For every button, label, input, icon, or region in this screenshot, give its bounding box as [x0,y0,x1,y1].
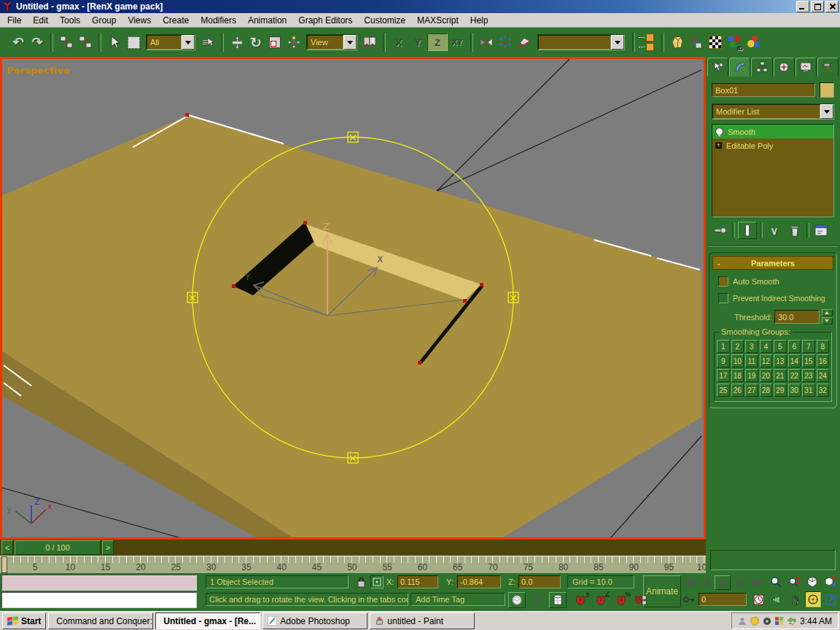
degradation-sphere-icon[interactable] [508,592,526,608]
parameters-rollout-header[interactable]: - Parameters [712,256,833,270]
smoothing-group-button[interactable]: 6 [788,340,801,353]
restrict-xy-button[interactable]: XY [448,34,467,50]
time-configuration-icon[interactable] [751,592,766,607]
smoothing-group-button[interactable]: 3 [745,340,758,353]
material-navigator-icon[interactable] [668,33,687,52]
smoothing-group-button[interactable]: 28 [760,384,773,397]
track-view-icon[interactable] [639,33,658,52]
smoothing-group-button[interactable]: 19 [745,369,758,382]
smoothing-group-button[interactable]: 8 [817,340,830,353]
select-and-move-icon[interactable] [228,33,246,52]
smoothing-group-button[interactable]: 20 [760,369,773,382]
redo-icon[interactable]: ↷ [28,33,47,52]
title-bar[interactable]: Untitled - gmax - [RenX game pack] [0,0,840,13]
modifier-stack-row-smooth[interactable]: Smooth [712,125,833,139]
percent-snap-icon[interactable]: % [612,592,630,608]
remove-modifier-icon[interactable] [786,222,804,238]
align-icon[interactable] [515,33,534,52]
go-to-end-icon[interactable] [750,576,764,589]
messenger-person-icon[interactable] [738,617,747,626]
auto-smooth-checkbox[interactable] [718,276,728,287]
configure-modifier-sets-icon[interactable] [812,222,830,238]
selection-filter-dropdown[interactable]: All [146,34,195,50]
smoothing-group-button[interactable]: 26 [731,384,744,397]
smoothing-group-button[interactable]: 12 [760,354,773,368]
task-gmax[interactable]: Untitled - gmax - [Re... [155,612,260,629]
zoom-icon[interactable] [768,575,784,589]
restrict-x-button[interactable]: X [389,34,408,50]
start-button[interactable]: Start [2,612,46,629]
create-tab[interactable] [707,58,728,77]
smoothing-group-button[interactable]: 25 [717,384,730,397]
smoothing-group-button[interactable]: 1 [717,340,730,353]
degradation-box-icon[interactable] [549,592,567,608]
smoothing-group-button[interactable]: 31 [802,384,815,397]
absolute-offset-toggle-icon[interactable] [370,575,384,588]
smoothing-group-button[interactable]: 23 [802,369,815,382]
modifier-list-dropdown[interactable]: Modifier List [712,104,834,120]
smoothing-group-button[interactable]: 32 [817,384,830,397]
collapse-icon[interactable]: - [718,259,720,268]
snap-toggle-3d-icon[interactable]: 3 [572,592,589,608]
smoothing-group-button[interactable]: 9 [717,354,730,368]
y-coordinate-field[interactable]: -0.864 [457,575,501,588]
menu-item[interactable]: Modifiers [195,14,242,27]
spinner-snap-icon[interactable] [633,592,649,608]
smoothing-group-button[interactable]: 21 [774,369,787,382]
array-icon[interactable] [496,33,515,52]
named-selection-dropdown[interactable] [537,34,625,50]
security-shield-icon[interactable] [750,617,759,626]
menu-item[interactable]: Customize [358,14,411,27]
perspective-viewport[interactable]: Z X Y Perspective Z x [0,57,706,540]
next-frame-arrow[interactable]: > [102,540,114,555]
smoothing-group-button[interactable]: 5 [774,340,787,353]
smoothing-group-button[interactable]: 13 [774,354,787,368]
render-last-icon[interactable] [744,33,763,52]
select-and-manipulate-icon[interactable] [284,33,303,52]
antispyware-icon[interactable] [775,617,783,625]
degradation-wire-icon[interactable] [529,592,545,608]
arc-rotate-icon[interactable] [805,591,821,607]
display-tab[interactable] [796,58,817,77]
track-bar-frame-marker[interactable] [1,556,7,573]
select-and-link-icon[interactable] [57,33,76,52]
current-frame-field[interactable]: 0 [699,593,747,606]
viewport-scene[interactable]: Z X Y Perspective Z x [2,59,704,537]
select-and-rotate-icon[interactable]: ↻ [246,33,265,52]
smoothing-group-button[interactable]: 10 [731,354,744,368]
select-object-icon[interactable] [105,33,124,52]
use-pivot-point-center-icon[interactable] [360,33,379,52]
volume-icon[interactable] [763,617,771,626]
select-and-scale-icon[interactable] [265,33,284,52]
set-key-icon[interactable] [682,593,696,606]
z-coordinate-field[interactable]: 0.0 [518,575,561,588]
menu-item[interactable]: Graph Editors [292,14,358,27]
time-slider-thumb[interactable]: 0 / 100 [15,540,101,555]
smoothing-group-button[interactable]: 4 [760,340,773,353]
restrict-y-button[interactable]: Y [408,34,427,50]
dropdown-arrow-icon[interactable] [182,35,195,50]
smoothing-group-button[interactable]: 17 [717,369,730,382]
taskbar-clock[interactable]: 3:44 AM [800,616,832,626]
next-frame-icon[interactable] [734,576,747,589]
zoom-extents-all-icon[interactable] [822,575,838,589]
smoothing-group-button[interactable]: 29 [774,384,787,397]
previous-frame-arrow[interactable]: < [1,540,13,555]
zoom-extents-icon[interactable] [804,575,820,589]
smoothing-group-button[interactable]: 14 [788,354,801,368]
restrict-z-button[interactable]: Z [427,34,448,51]
hierarchy-tab[interactable] [751,58,772,77]
minimize-button[interactable] [796,1,809,12]
pin-stack-icon[interactable] [712,222,729,238]
schematic-view-icon[interactable] [687,33,706,52]
smoothing-group-button[interactable]: 22 [788,369,801,382]
rectangular-selection-region-icon[interactable] [124,33,143,52]
zoom-all-icon[interactable] [786,575,802,589]
object-color-swatch[interactable] [820,82,834,98]
task-photoshop[interactable]: Adobe Photoshop [262,612,368,629]
show-end-result-icon[interactable] [738,222,757,239]
smoothing-group-button[interactable]: 30 [788,384,801,397]
track-bar[interactable]: 5101520253035404550556065707580859095100 [0,556,706,574]
menu-item[interactable]: Tools [54,14,86,27]
menu-item[interactable]: Create [157,14,195,27]
